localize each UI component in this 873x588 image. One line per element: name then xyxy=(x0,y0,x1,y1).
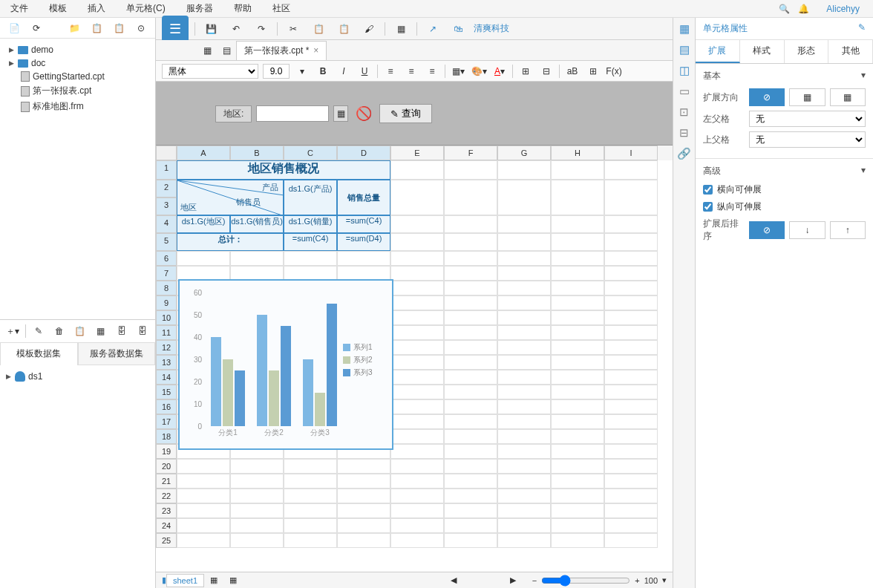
col-header[interactable]: G xyxy=(497,146,551,160)
row-header[interactable]: 13 xyxy=(156,355,177,370)
col-header[interactable]: B xyxy=(230,146,284,160)
expand-horizontal-button[interactable]: ▦ xyxy=(789,88,825,106)
sheet-tab[interactable]: sheet1 xyxy=(166,574,204,587)
merge-icon[interactable]: ⊞ xyxy=(517,64,534,79)
expand-none-button[interactable]: ⊘ xyxy=(749,88,785,106)
col-header[interactable]: A xyxy=(177,146,230,160)
header-cell-total[interactable]: 销售总量 xyxy=(337,180,390,215)
scroll-right-icon[interactable]: ▶ xyxy=(510,575,516,585)
data-cell[interactable]: ds1.G(销售员) xyxy=(230,215,284,233)
menu-community[interactable]: 社区 xyxy=(262,2,301,15)
share-icon[interactable]: ↗ xyxy=(423,21,442,37)
total-label-cell[interactable]: 总计： xyxy=(177,233,284,251)
row-header[interactable]: 9 xyxy=(156,295,177,310)
row-header[interactable]: 4 xyxy=(156,215,177,233)
border-icon[interactable]: ▦▾ xyxy=(450,64,466,79)
row-header[interactable]: 18 xyxy=(156,429,177,444)
format-painter-icon[interactable]: 🖌 xyxy=(359,21,379,37)
row-header[interactable]: 12 xyxy=(156,340,177,355)
align-right-icon[interactable]: ≡ xyxy=(424,64,440,79)
tab-template-dataset[interactable]: 模板数据集 xyxy=(0,342,78,365)
align-left-icon[interactable]: ≡ xyxy=(382,64,399,79)
superscript-icon[interactable]: aB xyxy=(564,64,581,79)
folder-icon[interactable]: 📁 xyxy=(65,20,84,36)
row-header[interactable]: 5 xyxy=(156,233,177,251)
widgets-icon[interactable]: ◫ xyxy=(678,64,691,77)
format-icon[interactable]: ⊞ xyxy=(585,64,601,79)
pin-icon[interactable]: ✎ xyxy=(858,22,866,35)
row-header[interactable]: 14 xyxy=(156,370,177,385)
split-icon[interactable]: ⊟ xyxy=(538,64,555,79)
row-header[interactable]: 10 xyxy=(156,310,177,325)
copy-icon[interactable]: 📋 xyxy=(87,20,106,36)
tree-file-getting-started[interactable]: GettingStarted.cpt xyxy=(3,70,152,83)
spreadsheet-grid[interactable]: A B C D E F G H I 1 地区销售概况 2 3 xyxy=(156,146,673,572)
row-header[interactable]: 6 xyxy=(156,251,177,266)
link-icon[interactable]: 🔗 xyxy=(678,147,691,160)
col-header[interactable]: I xyxy=(604,146,658,160)
copy-dataset-icon[interactable]: 📋 xyxy=(72,323,88,339)
menu-template[interactable]: 模板 xyxy=(39,2,77,15)
diagonal-header-cell[interactable]: 产品 销售员 地区 xyxy=(177,180,284,215)
bold-icon[interactable]: B xyxy=(315,64,331,79)
paste-icon[interactable]: 📋 xyxy=(109,20,128,36)
delete-dataset-icon[interactable]: 🗑 xyxy=(51,323,68,339)
col-header[interactable]: F xyxy=(444,146,497,160)
underline-icon[interactable]: U xyxy=(356,64,373,79)
menu-server[interactable]: 服务器 xyxy=(176,2,223,15)
vertical-stretch-checkbox[interactable]: 纵向可伸展 xyxy=(703,200,866,213)
size-dropdown-icon[interactable]: ▾ xyxy=(294,64,310,79)
sort-asc-button[interactable]: ↓ xyxy=(789,221,825,239)
row-header[interactable]: 23 xyxy=(156,503,177,518)
tree-folder-doc[interactable]: ▶doc xyxy=(3,56,152,70)
col-header[interactable]: H xyxy=(551,146,604,160)
top-parent-select[interactable]: 无 xyxy=(749,131,866,148)
menu-cell[interactable]: 单元格(C) xyxy=(116,2,176,15)
row-header[interactable]: 8 xyxy=(156,281,177,295)
sort-none-button[interactable]: ⊘ xyxy=(749,221,785,239)
copy2-icon[interactable]: 📋 xyxy=(309,21,328,37)
username-label[interactable]: Alicehyy xyxy=(813,4,873,14)
font-family-select[interactable]: 黑体 xyxy=(162,64,258,79)
cell-element-icon[interactable]: ▤ xyxy=(678,43,691,56)
undo-icon[interactable]: ↶ xyxy=(226,21,246,37)
tab-style[interactable]: 样式 xyxy=(740,40,785,63)
hyperlink-icon[interactable]: ⊡ xyxy=(678,105,691,119)
tree-file-standard-map[interactable]: 标准地图.frm xyxy=(3,99,152,114)
row-header[interactable]: 15 xyxy=(156,385,177,399)
horizontal-stretch-checkbox[interactable]: 横向可伸展 xyxy=(703,183,866,196)
tree-file-first-report[interactable]: 第一张报表.cpt xyxy=(3,83,152,99)
present-icon[interactable]: ⊟ xyxy=(678,126,691,140)
row-header[interactable]: 1 xyxy=(156,160,177,180)
data-cell[interactable]: =sum(D4) xyxy=(337,233,390,251)
tab-format[interactable]: 形态 xyxy=(785,40,829,63)
query-button[interactable]: ✎查询 xyxy=(379,104,432,123)
visibility-icon[interactable]: 🚫 xyxy=(353,105,375,122)
search-icon[interactable]: 🔍 xyxy=(774,1,794,17)
function-icon[interactable]: F(x) xyxy=(606,64,622,79)
condition-icon[interactable]: ▭ xyxy=(678,85,691,98)
sheet-menu-icon[interactable]: ▦ xyxy=(223,572,243,589)
layout-mode-icon[interactable]: ▤ xyxy=(217,42,236,59)
cut-icon[interactable]: ✂ xyxy=(284,21,303,37)
row-header[interactable]: 17 xyxy=(156,414,177,429)
locate-icon[interactable]: ⊙ xyxy=(131,20,151,36)
row-header[interactable]: 25 xyxy=(156,533,177,548)
server-dataset-icon[interactable]: 🗄 xyxy=(114,323,130,339)
param-input-region[interactable] xyxy=(256,105,329,122)
dataset-item-ds1[interactable]: ▶ds1 xyxy=(6,370,149,383)
zoom-out-icon[interactable]: − xyxy=(532,576,537,585)
parameter-pane[interactable]: 地区: ▦ 🚫 ✎查询 xyxy=(156,82,673,146)
add-dataset-icon[interactable]: ＋▾ xyxy=(4,323,21,339)
tab-server-dataset[interactable]: 服务器数据集 xyxy=(78,342,156,365)
redo-icon[interactable]: ↷ xyxy=(252,21,271,37)
menu-help[interactable]: 帮助 xyxy=(223,2,262,15)
data-cell[interactable]: ds1.G(地区) xyxy=(177,215,230,233)
edit-dataset-icon[interactable]: ✎ xyxy=(30,323,47,339)
brand-link[interactable]: 清爽科技 xyxy=(474,22,509,35)
row-header[interactable]: 16 xyxy=(156,399,177,414)
paste2-icon[interactable]: 📋 xyxy=(334,21,353,37)
document-tab[interactable]: 第一张报表.cpt * × xyxy=(236,41,327,60)
select-all-corner[interactable] xyxy=(156,146,177,160)
close-tab-icon[interactable]: × xyxy=(313,45,318,56)
